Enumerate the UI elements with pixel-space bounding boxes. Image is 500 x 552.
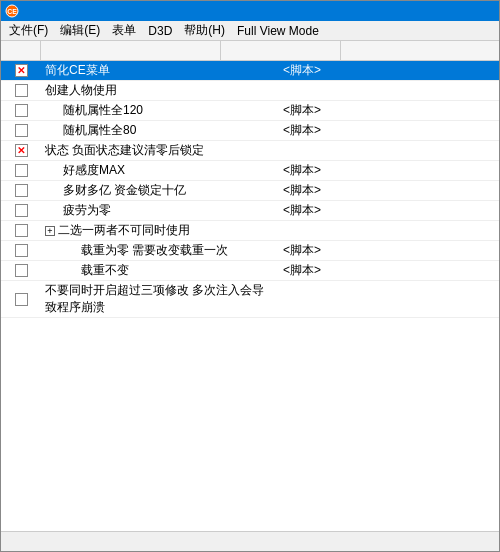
activate-cell	[1, 103, 41, 118]
type-cell: <脚本>	[279, 121, 399, 140]
value-cell	[399, 170, 499, 172]
col-type	[221, 41, 341, 60]
app-icon: CE	[5, 4, 19, 18]
desc-cell: 状态 负面状态建议清零后锁定	[41, 141, 279, 160]
row-checkbox[interactable]	[15, 164, 28, 177]
row-checkbox[interactable]	[15, 224, 28, 237]
desc-cell: 随机属性全80	[41, 121, 279, 140]
activate-cell	[1, 292, 41, 307]
table-row[interactable]: 随机属性全80<脚本>	[1, 121, 499, 141]
value-cell	[399, 270, 499, 272]
desc-text: 简化CE菜单	[45, 62, 110, 79]
menu-item-帮助(H)[interactable]: 帮助(H)	[178, 20, 231, 41]
desc-text: 状态 负面状态建议清零后锁定	[45, 142, 204, 159]
table-row[interactable]: 随机属性全120<脚本>	[1, 101, 499, 121]
col-description	[41, 41, 221, 60]
row-checkbox[interactable]	[15, 184, 28, 197]
desc-text: 创建人物使用	[45, 82, 117, 99]
value-cell	[399, 150, 499, 152]
desc-text: 疲劳为零	[63, 202, 111, 219]
activate-cell	[1, 243, 41, 258]
desc-text: 载重为零 需要改变载重一次	[81, 242, 228, 259]
type-cell: <脚本>	[279, 181, 399, 200]
value-cell	[399, 130, 499, 132]
menu-item-表单[interactable]: 表单	[106, 20, 142, 41]
type-cell: <脚本>	[279, 61, 399, 80]
title-bar: CE	[1, 1, 499, 21]
row-checkbox[interactable]	[15, 244, 28, 257]
type-cell: <脚本>	[279, 241, 399, 260]
cheat-table[interactable]: 简化CE菜单<脚本>创建人物使用随机属性全120<脚本>随机属性全80<脚本>状…	[1, 61, 499, 531]
desc-cell: 疲劳为零	[41, 201, 279, 220]
row-checkbox[interactable]	[15, 144, 28, 157]
value-cell	[399, 70, 499, 72]
type-cell	[279, 230, 399, 232]
desc-text: 载重不变	[81, 262, 129, 279]
value-cell	[399, 190, 499, 192]
value-cell	[399, 210, 499, 212]
menu-item-Full View Mode[interactable]: Full View Mode	[231, 22, 325, 40]
desc-cell: 好感度MAX	[41, 161, 279, 180]
type-cell	[279, 298, 399, 300]
expand-button[interactable]: +	[45, 226, 55, 236]
table-row[interactable]: 不要同时开启超过三项修改 多次注入会导致程序崩溃	[1, 281, 499, 318]
desc-text: 随机属性全120	[63, 102, 143, 119]
desc-cell: 创建人物使用	[41, 81, 279, 100]
value-cell	[399, 250, 499, 252]
desc-text: 好感度MAX	[63, 162, 125, 179]
table-row[interactable]: 疲劳为零<脚本>	[1, 201, 499, 221]
activate-cell	[1, 183, 41, 198]
type-cell: <脚本>	[279, 161, 399, 180]
menu-item-编辑(E)[interactable]: 编辑(E)	[54, 20, 106, 41]
type-cell: <脚本>	[279, 101, 399, 120]
table-row[interactable]: 创建人物使用	[1, 81, 499, 101]
activate-cell	[1, 143, 41, 158]
activate-cell	[1, 63, 41, 78]
table-row[interactable]: 简化CE菜单<脚本>	[1, 61, 499, 81]
type-cell	[279, 90, 399, 92]
menu-item-D3D[interactable]: D3D	[142, 22, 178, 40]
type-cell	[279, 150, 399, 152]
desc-cell: 简化CE菜单	[41, 61, 279, 80]
col-value	[341, 41, 461, 60]
row-checkbox[interactable]	[15, 293, 28, 306]
desc-text: 随机属性全80	[63, 122, 136, 139]
menu-item-文件(F)[interactable]: 文件(F)	[3, 20, 54, 41]
svg-text:CE: CE	[7, 8, 17, 15]
close-button[interactable]	[467, 1, 495, 21]
menu-bar: 文件(F)编辑(E)表单D3D帮助(H)Full View Mode	[1, 21, 499, 41]
table-row[interactable]: 多财多亿 资金锁定十亿<脚本>	[1, 181, 499, 201]
column-headers	[1, 41, 499, 61]
value-cell	[399, 298, 499, 300]
desc-cell: 载重不变	[41, 261, 279, 280]
desc-text: 二选一两者不可同时使用	[58, 222, 190, 239]
value-cell	[399, 110, 499, 112]
desc-cell: 多财多亿 资金锁定十亿	[41, 181, 279, 200]
table-row[interactable]: +二选一两者不可同时使用	[1, 221, 499, 241]
activate-cell	[1, 123, 41, 138]
row-checkbox[interactable]	[15, 124, 28, 137]
desc-cell: 不要同时开启超过三项修改 多次注入会导致程序崩溃	[41, 281, 279, 317]
desc-cell: 载重为零 需要改变载重一次	[41, 241, 279, 260]
value-cell	[399, 90, 499, 92]
value-cell	[399, 230, 499, 232]
activate-cell	[1, 163, 41, 178]
type-cell: <脚本>	[279, 261, 399, 280]
col-activate	[1, 41, 41, 60]
table-row[interactable]: 载重为零 需要改变载重一次<脚本>	[1, 241, 499, 261]
row-checkbox[interactable]	[15, 84, 28, 97]
row-checkbox[interactable]	[15, 264, 28, 277]
status-bar	[1, 531, 499, 551]
row-checkbox[interactable]	[15, 64, 28, 77]
activate-cell	[1, 83, 41, 98]
desc-text: 多财多亿 资金锁定十亿	[63, 182, 186, 199]
maximize-button[interactable]	[439, 1, 467, 21]
row-checkbox[interactable]	[15, 104, 28, 117]
table-row[interactable]: 好感度MAX<脚本>	[1, 161, 499, 181]
row-checkbox[interactable]	[15, 204, 28, 217]
minimize-button[interactable]	[411, 1, 439, 21]
table-row[interactable]: 状态 负面状态建议清零后锁定	[1, 141, 499, 161]
desc-cell: +二选一两者不可同时使用	[41, 221, 279, 240]
table-row[interactable]: 载重不变<脚本>	[1, 261, 499, 281]
activate-cell	[1, 223, 41, 238]
